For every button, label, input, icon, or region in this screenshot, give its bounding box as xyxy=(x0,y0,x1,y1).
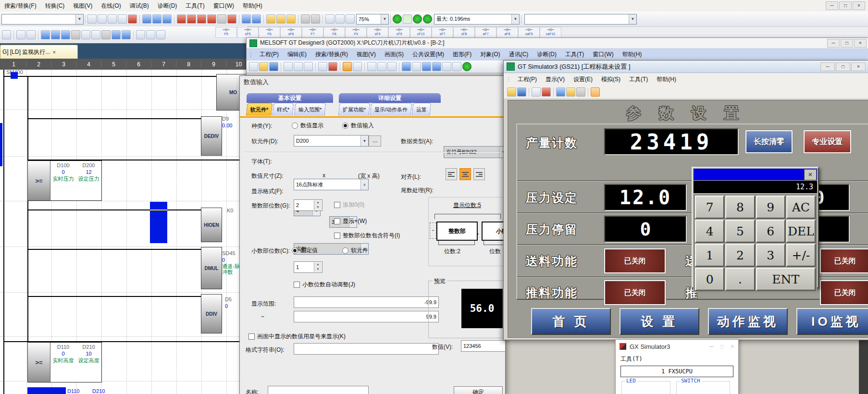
keypad-key[interactable]: 8 xyxy=(725,196,755,219)
gxworks-toolbar-icon[interactable] xyxy=(266,14,275,24)
hmi-pressure-set-display[interactable]: 12.0 xyxy=(604,184,687,211)
dialog-tab[interactable]: 运算 xyxy=(412,103,432,116)
gxworks-toolbar-icon[interactable] xyxy=(156,30,165,39)
keypad-key[interactable]: ENT xyxy=(756,268,816,291)
keypad-key[interactable]: 9 xyxy=(756,196,785,219)
ladder-symbol-button[interactable]: sF5 xyxy=(237,27,259,38)
ladder-symbol-button[interactable]: aF8 xyxy=(496,27,518,38)
ladder-editor[interactable]: 12345678910 SM400 MO DEDIV HI xyxy=(0,59,246,394)
gtdesigner-toolbar-icon[interactable] xyxy=(462,62,471,71)
gtdesigner-toolbar-icon[interactable] xyxy=(364,62,365,71)
gtsimulator-close-button[interactable]: × xyxy=(851,62,866,71)
gtdesigner-toolbar-icon[interactable] xyxy=(442,62,451,71)
gtdesigner-toolbar-icon[interactable] xyxy=(304,62,313,71)
ladder-symbol-button[interactable]: F7 xyxy=(302,27,323,38)
gxworks-toolbar-icon[interactable] xyxy=(112,30,121,39)
gtdesigner-toolbar-icon[interactable] xyxy=(284,62,293,71)
keypad-key[interactable]: 7 xyxy=(695,196,724,219)
gxworks-toolbar-icon[interactable] xyxy=(162,14,172,24)
hmi-nav-button[interactable]: 设 置 xyxy=(620,308,699,335)
gxworks-toolbar-icon[interactable] xyxy=(242,14,251,24)
gtdesigner-menu-item[interactable]: 帮助(H) xyxy=(618,50,646,59)
gtsimulator-toolbar-icon[interactable] xyxy=(576,87,585,97)
gtsimulator-toolbar-icon[interactable] xyxy=(542,87,551,97)
autoadjust-checkbox[interactable]: 小数位数自动调整(J) xyxy=(294,281,355,289)
gxworks-toolbar-icon[interactable] xyxy=(2,30,11,39)
gtsimulator-menu-item[interactable]: 模拟(S) xyxy=(597,75,625,84)
gtsimulator-restore-button[interactable]: □ xyxy=(836,62,850,71)
gtdesigner-toolbar-icon[interactable] xyxy=(294,62,303,71)
ladder-symbol-button[interactable]: caF10 xyxy=(540,27,561,38)
gtdesigner-minimize-button[interactable]: ─ xyxy=(827,39,840,48)
name-field[interactable] xyxy=(268,386,369,394)
gxworks-run-icon[interactable] xyxy=(403,14,412,24)
gxworks-toolbar-icon[interactable] xyxy=(187,14,196,24)
gxworks-toolbar-icon[interactable] xyxy=(16,30,25,39)
gxworks-toolbar-icon[interactable] xyxy=(122,30,131,39)
gtdesigner-toolbar-icon[interactable] xyxy=(269,62,278,71)
gxworks-menu-item[interactable]: 转换(C) xyxy=(41,2,69,10)
device-combobox[interactable]: D200▼ xyxy=(294,135,369,147)
keypad-key[interactable]: 4 xyxy=(695,220,724,243)
gxworks-toolbar-icon[interactable] xyxy=(142,14,151,24)
gtdesigner-toolbar-icon[interactable] xyxy=(432,62,441,71)
gxworks-toolbar-icon[interactable] xyxy=(335,14,345,24)
range-min-field[interactable]: -99.9 xyxy=(294,296,439,308)
gxworks-menu-item[interactable]: 诊断(D) xyxy=(153,2,182,10)
spinner-arrows-icon[interactable]: ▲▼ xyxy=(314,262,322,272)
gtdesigner-menu-item[interactable]: 诊断(D) xyxy=(533,50,561,59)
gtsimulator-titlebar[interactable]: GT Simulator3 (GS21) [工程标题未设置 ] ─ □ × xyxy=(504,61,868,73)
gxworks-menu-item[interactable]: 窗口(W) xyxy=(209,2,238,10)
gxworks-scantime-combobox[interactable]: 最大: 0.196ms▼ xyxy=(434,14,520,25)
gtdesigner-toolbar-icon[interactable] xyxy=(353,62,362,71)
dialog-tab[interactable]: 显示/动作条件 xyxy=(370,103,412,116)
gtdesigner-toolbar-icon[interactable] xyxy=(340,62,340,71)
gxworks-toolbar-icon[interactable] xyxy=(325,14,335,24)
gxworks-toolbar-icon[interactable] xyxy=(128,14,137,24)
gxworks-toolbar-icon[interactable] xyxy=(286,14,296,24)
keypad-key[interactable]: 1 xyxy=(695,244,724,267)
gxworks-menu-item[interactable]: 工具(T) xyxy=(181,2,209,10)
ladder-symbol-button[interactable]: sF7 xyxy=(432,27,453,38)
gtdesigner-toolbar-icon[interactable] xyxy=(343,62,352,71)
gxworks-run-icon[interactable] xyxy=(413,14,422,24)
gxworks-project-combobox[interactable]: ▼ xyxy=(1,14,84,25)
range-max-field[interactable]: 99.9 xyxy=(294,311,439,322)
gxworks-toolbar-icon[interactable] xyxy=(71,30,80,39)
gxworks-menu-item[interactable]: 帮助(H) xyxy=(238,2,267,10)
gtdesigner-menu-item[interactable]: 通讯(C) xyxy=(505,50,533,59)
gxworks-toolbar-icon[interactable] xyxy=(87,14,97,24)
ladder-symbol-button[interactable]: sF8 xyxy=(453,27,475,38)
fraction-device-radio[interactable]: 软元件 xyxy=(342,246,368,255)
ladder-symbol-button[interactable]: F6 xyxy=(259,27,280,38)
gtsimulator-toolbar-icon[interactable] xyxy=(532,87,541,97)
ladder-compare-cell[interactable]: >= D1000 实时压力 D20012 设定压力 xyxy=(27,160,102,201)
gxworks-toolbar-icon[interactable] xyxy=(346,14,355,24)
showplus-checkbox[interactable]: 显示+(W) xyxy=(334,217,367,225)
gtdesigner-toolbar-icon[interactable] xyxy=(367,62,376,71)
gtsimulator-toolbar-icon[interactable] xyxy=(566,87,575,97)
intdigits-spinner[interactable]: 2▲▼ xyxy=(294,199,322,211)
hmi-nav-button[interactable]: IO监视 xyxy=(796,308,868,335)
hmi-nav-button[interactable]: 动作监视 xyxy=(708,308,788,335)
gxworks-toolbar-icon[interactable] xyxy=(101,30,111,39)
ladder-contact[interactable] xyxy=(11,72,18,79)
gtdesigner-toolbar-icon[interactable] xyxy=(377,62,386,71)
kind-input-radio[interactable]: 数值输入 xyxy=(342,122,374,130)
ladder-symbol-button[interactable]: F5 xyxy=(215,27,237,38)
keypad-key[interactable]: 5 xyxy=(725,220,755,243)
ladder-block-ddiv[interactable]: DDIV xyxy=(201,294,222,333)
gtsimulator-toolbar-icon[interactable] xyxy=(507,87,516,97)
gtdesigner-close-button[interactable]: × xyxy=(854,39,867,48)
gtdesigner-toolbar-icon[interactable] xyxy=(318,62,327,71)
hmi-feed-function-button[interactable]: 已关闭 xyxy=(604,248,666,273)
gxworks-toolbar-icon[interactable] xyxy=(217,14,226,24)
keypad-key[interactable]: . xyxy=(725,268,755,291)
keypad-key[interactable]: 2 xyxy=(725,244,755,267)
align-right-button[interactable] xyxy=(473,168,485,180)
ladder-selected-cell[interactable] xyxy=(27,387,66,394)
gtsimulator-menu-item[interactable]: 显示(V) xyxy=(541,75,569,84)
ladder-symbol-button[interactable]: F8 xyxy=(323,27,345,38)
ok-button[interactable]: 确定 xyxy=(454,386,503,394)
hmi-push-right-button[interactable]: 已关闭 xyxy=(820,280,868,305)
